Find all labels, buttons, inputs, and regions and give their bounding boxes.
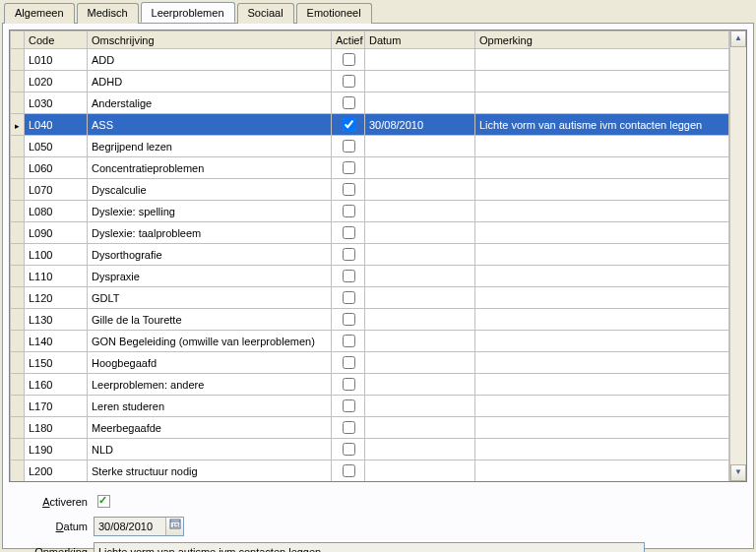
table-row[interactable]: L130Gille de la Tourette bbox=[11, 309, 729, 331]
cell-code[interactable]: L090 bbox=[25, 222, 88, 244]
cell-omschrijving[interactable]: ADHD bbox=[88, 71, 332, 92]
cell-opmerking[interactable] bbox=[475, 136, 729, 157]
cell-actief[interactable] bbox=[332, 266, 365, 287]
cell-omschrijving[interactable]: GDLT bbox=[88, 287, 332, 309]
cell-datum[interactable] bbox=[365, 201, 475, 222]
cell-code[interactable]: L010 bbox=[25, 49, 88, 71]
actief-checkbox[interactable] bbox=[343, 291, 355, 304]
cell-code[interactable]: L100 bbox=[25, 244, 88, 266]
cell-code[interactable]: L180 bbox=[25, 417, 88, 439]
cell-opmerking[interactable] bbox=[475, 417, 729, 439]
cell-omschrijving[interactable]: ASS bbox=[88, 114, 332, 136]
cell-opmerking[interactable] bbox=[475, 439, 729, 460]
cell-actief[interactable] bbox=[332, 287, 365, 309]
cell-actief[interactable] bbox=[332, 331, 365, 352]
table-row[interactable]: L030Anderstalige bbox=[11, 92, 729, 114]
cell-opmerking[interactable] bbox=[475, 157, 729, 179]
scroll-up-button[interactable]: ▲ bbox=[730, 31, 746, 47]
activeren-checkbox[interactable] bbox=[97, 495, 110, 508]
cell-datum[interactable] bbox=[365, 331, 475, 352]
cell-omschrijving[interactable]: GON Begeleiding (omwille van leerproblem… bbox=[88, 331, 332, 352]
table-row[interactable]: L190NLD bbox=[11, 439, 729, 460]
tab-sociaal[interactable]: Sociaal bbox=[237, 3, 294, 24]
cell-actief[interactable] bbox=[332, 179, 365, 201]
cell-datum[interactable] bbox=[365, 439, 475, 460]
actief-checkbox[interactable] bbox=[343, 378, 355, 391]
cell-code[interactable]: L170 bbox=[25, 396, 88, 417]
cell-actief[interactable] bbox=[332, 439, 365, 460]
actief-checkbox[interactable] bbox=[343, 399, 355, 412]
cell-opmerking[interactable] bbox=[475, 460, 729, 482]
cell-code[interactable]: L110 bbox=[25, 266, 88, 287]
table-row[interactable]: L100Dysorthografie bbox=[11, 244, 729, 266]
cell-opmerking[interactable]: Lichte vorm van autisme ivm contacten le… bbox=[475, 114, 729, 136]
actief-checkbox[interactable] bbox=[343, 313, 355, 326]
cell-opmerking[interactable] bbox=[475, 49, 729, 71]
actief-checkbox[interactable] bbox=[343, 75, 355, 88]
cell-datum[interactable] bbox=[365, 460, 475, 482]
cell-datum[interactable] bbox=[365, 92, 475, 114]
actief-checkbox[interactable] bbox=[343, 443, 355, 456]
actief-checkbox[interactable] bbox=[343, 96, 355, 109]
cell-opmerking[interactable] bbox=[475, 71, 729, 92]
actief-checkbox[interactable] bbox=[343, 248, 355, 261]
cell-actief[interactable] bbox=[332, 396, 365, 417]
cell-omschrijving[interactable]: Dyslexie: taalprobleem bbox=[88, 222, 332, 244]
cell-omschrijving[interactable]: Dysorthografie bbox=[88, 244, 332, 266]
tab-emotioneel[interactable]: Emotioneel bbox=[296, 3, 372, 24]
cell-actief[interactable] bbox=[332, 157, 365, 179]
cell-code[interactable]: L130 bbox=[25, 309, 88, 331]
cell-code[interactable]: L040 bbox=[25, 114, 88, 136]
cell-code[interactable]: L200 bbox=[25, 460, 88, 482]
cell-actief[interactable] bbox=[332, 201, 365, 222]
actief-checkbox[interactable] bbox=[343, 140, 355, 153]
cell-omschrijving[interactable]: Concentratieproblemen bbox=[88, 157, 332, 179]
tab-medisch[interactable]: Medisch bbox=[77, 3, 139, 24]
cell-omschrijving[interactable]: Sterke structuur nodig bbox=[88, 460, 332, 482]
actief-checkbox[interactable] bbox=[343, 356, 355, 369]
cell-actief[interactable] bbox=[332, 244, 365, 266]
cell-actief[interactable] bbox=[332, 49, 365, 71]
cell-omschrijving[interactable]: Hoogbegaafd bbox=[88, 352, 332, 374]
table-row[interactable]: L120GDLT bbox=[11, 287, 729, 309]
cell-opmerking[interactable] bbox=[475, 244, 729, 266]
cell-omschrijving[interactable]: Leren studeren bbox=[88, 396, 332, 417]
cell-omschrijving[interactable]: NLD bbox=[88, 439, 332, 460]
table-row[interactable]: L200Sterke structuur nodig bbox=[11, 460, 729, 482]
cell-code[interactable]: L020 bbox=[25, 71, 88, 92]
cell-code[interactable]: L190 bbox=[25, 439, 88, 460]
cell-omschrijving[interactable]: Dyscalculie bbox=[88, 179, 332, 201]
cell-opmerking[interactable] bbox=[475, 222, 729, 244]
cell-actief[interactable] bbox=[332, 309, 365, 331]
scroll-track[interactable] bbox=[730, 47, 746, 464]
col-omschrijving[interactable]: Omschrijving bbox=[88, 31, 332, 49]
table-row[interactable]: L140GON Begeleiding (omwille van leerpro… bbox=[11, 331, 729, 352]
actief-checkbox[interactable] bbox=[343, 205, 355, 217]
cell-actief[interactable] bbox=[332, 417, 365, 439]
cell-actief[interactable] bbox=[332, 92, 365, 114]
cell-datum[interactable] bbox=[365, 287, 475, 309]
tab-leerproblemen[interactable]: Leerproblemen bbox=[141, 2, 235, 23]
scroll-down-button[interactable]: ▼ bbox=[730, 464, 746, 481]
cell-omschrijving[interactable]: Gille de la Tourette bbox=[88, 309, 332, 331]
cell-opmerking[interactable] bbox=[475, 309, 729, 331]
cell-opmerking[interactable] bbox=[475, 201, 729, 222]
cell-datum[interactable]: 30/08/2010 bbox=[365, 114, 475, 136]
table-row[interactable]: L090Dyslexie: taalprobleem bbox=[11, 222, 729, 244]
table-row[interactable]: L080Dyslexie: spelling bbox=[11, 201, 729, 222]
cell-actief[interactable] bbox=[332, 136, 365, 157]
cell-code[interactable]: L080 bbox=[25, 201, 88, 222]
cell-opmerking[interactable] bbox=[475, 287, 729, 309]
datum-field[interactable] bbox=[94, 518, 165, 535]
cell-code[interactable]: L140 bbox=[25, 331, 88, 352]
table-row[interactable]: L170Leren studeren bbox=[11, 396, 729, 417]
vertical-scrollbar[interactable]: ▲ ▼ bbox=[729, 31, 746, 481]
cell-omschrijving[interactable]: Anderstalige bbox=[88, 92, 332, 114]
cell-actief[interactable] bbox=[332, 114, 365, 136]
actief-checkbox[interactable] bbox=[343, 118, 355, 131]
cell-datum[interactable] bbox=[365, 136, 475, 157]
col-datum[interactable]: Datum bbox=[365, 31, 475, 49]
cell-actief[interactable] bbox=[332, 352, 365, 374]
table-row[interactable]: L070Dyscalculie bbox=[11, 179, 729, 201]
cell-omschrijving[interactable]: Dyspraxie bbox=[88, 266, 332, 287]
